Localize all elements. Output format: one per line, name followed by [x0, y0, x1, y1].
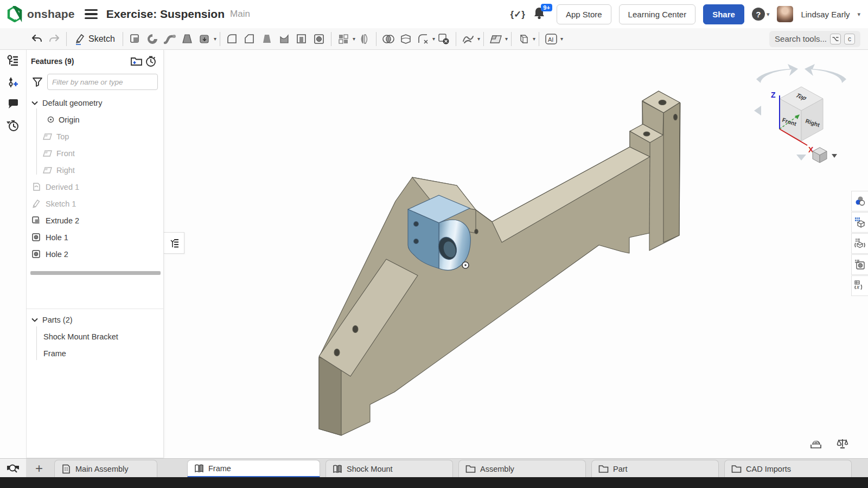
main-menu-button[interactable] — [85, 9, 98, 19]
search-tabs-button[interactable] — [0, 459, 26, 478]
chevron-down-icon[interactable]: ▾ — [560, 36, 563, 42]
loft-tool-icon[interactable] — [178, 30, 196, 48]
hole-tool-icon[interactable] — [310, 30, 328, 48]
tree-item-extrude-2[interactable]: Extrude 2 — [27, 212, 163, 229]
redo-button[interactable] — [46, 30, 63, 48]
modify-fillet-tool-icon[interactable] — [414, 30, 432, 48]
part-frame[interactable] — [319, 91, 680, 435]
linear-pattern-tool-icon[interactable] — [335, 30, 352, 48]
notifications-button[interactable]: 9+ — [533, 6, 549, 22]
versions-panel-icon[interactable] — [0, 72, 26, 93]
user-avatar[interactable] — [777, 6, 793, 22]
feature-script-icon[interactable]: {✓} — [510, 9, 525, 20]
tree-item-front-plane[interactable]: Front — [27, 145, 163, 162]
app-store-button[interactable]: App Store — [557, 4, 611, 24]
configuration-panel-icon[interactable] — [851, 233, 868, 254]
sketch-tool-button[interactable]: Sketch — [70, 30, 119, 48]
frame-hole[interactable] — [334, 349, 340, 356]
learning-center-button[interactable]: Learning Center — [619, 4, 696, 24]
measure-icon[interactable] — [809, 438, 822, 449]
tree-item-origin[interactable]: Origin — [27, 111, 163, 128]
transform-tool-icon[interactable] — [515, 30, 532, 48]
sweep-tool-icon[interactable] — [161, 30, 178, 48]
tab-frame[interactable]: Frame — [187, 460, 320, 478]
comments-panel-icon[interactable] — [0, 93, 26, 115]
rotate-right-arrow[interactable] — [805, 64, 846, 83]
mirror-tool-icon[interactable] — [355, 30, 373, 48]
undo-button[interactable] — [28, 30, 46, 48]
tree-item-sketch-1[interactable]: Sketch 1 — [27, 195, 163, 212]
chevron-down-icon[interactable]: ▾ — [533, 36, 535, 42]
tab-shock-mount[interactable]: Shock Mount — [326, 460, 453, 478]
new-folder-icon[interactable] — [130, 56, 144, 67]
frame-hole[interactable] — [353, 326, 358, 333]
tab-assembly-folder[interactable]: Assembly — [458, 460, 586, 478]
bracket-hole[interactable] — [414, 239, 419, 244]
pan-left-arrow[interactable] — [754, 106, 761, 115]
chevron-down-icon[interactable] — [31, 101, 38, 105]
feature-panel-toggle[interactable] — [164, 232, 184, 254]
extrude-tool-icon[interactable] — [126, 30, 144, 48]
user-name[interactable]: Lindsay Early — [801, 10, 850, 19]
part-item-shock-mount-bracket[interactable]: Shock Mount Bracket — [27, 328, 163, 345]
pan-down-arrow[interactable] — [796, 155, 806, 160]
frame-hole[interactable] — [659, 100, 666, 105]
feature-filter-input[interactable] — [47, 74, 158, 90]
chevron-down-icon[interactable] — [31, 318, 38, 322]
revolve-tool-icon[interactable] — [144, 30, 161, 48]
bracket-hole[interactable] — [414, 222, 419, 227]
frame-hole[interactable] — [643, 132, 650, 136]
chevron-down-icon[interactable]: ▾ — [214, 36, 216, 42]
frame-hole[interactable] — [674, 114, 678, 120]
view-cube[interactable]: Top Front Right Z X — [754, 64, 846, 160]
part-item-frame[interactable]: Frame — [27, 345, 163, 362]
help-menu[interactable]: ? ▾ — [752, 8, 770, 21]
mass-properties-icon[interactable] — [837, 438, 848, 449]
onshape-logo-icon[interactable] — [7, 6, 23, 22]
plane-tool-icon[interactable] — [487, 30, 505, 48]
tree-item-default-geometry[interactable]: Default geometry — [27, 94, 163, 111]
tree-item-hole-1[interactable]: Hole 1 — [27, 229, 163, 246]
tree-item-top-plane[interactable]: Top — [27, 128, 163, 145]
tree-item-derived-1[interactable]: Derived 1 — [27, 178, 163, 195]
rollback-bar[interactable] — [30, 271, 161, 275]
appearance-panel-icon[interactable] — [851, 191, 868, 211]
helix-tool-icon[interactable] — [459, 30, 477, 48]
share-button[interactable]: Share — [703, 4, 744, 24]
tab-cad-imports-folder[interactable]: CAD Imports — [724, 460, 852, 478]
chevron-down-icon[interactable]: ▾ — [505, 36, 508, 42]
delete-face-tool-icon[interactable] — [435, 30, 452, 48]
shell-tool-icon[interactable] — [293, 30, 310, 48]
feature-history-icon[interactable] — [144, 55, 158, 67]
chevron-down-icon[interactable] — [832, 154, 837, 158]
filter-icon[interactable] — [32, 77, 43, 87]
render-panel-icon[interactable] — [851, 254, 868, 275]
variables-panel-icon[interactable]: x — [851, 275, 868, 296]
frame-leg-side-face[interactable] — [319, 357, 341, 435]
workspace-name[interactable]: Main — [230, 9, 250, 20]
tree-item-hole-2[interactable]: Hole 2 — [27, 246, 163, 262]
frame-post-right-face[interactable] — [663, 102, 680, 242]
tab-main-assembly[interactable]: Main Assembly — [54, 460, 157, 478]
history-panel-icon[interactable] — [0, 115, 26, 137]
search-tools-button[interactable]: Search tools... c — [769, 31, 860, 47]
view-options-button[interactable] — [813, 147, 837, 163]
rib-tool-icon[interactable] — [276, 30, 293, 48]
feature-list-panel-icon[interactable] — [0, 50, 26, 72]
parts-section-header[interactable]: Parts (2) — [27, 311, 163, 328]
tab-part-folder[interactable]: Part — [591, 460, 719, 478]
help-icon[interactable]: ? — [752, 8, 765, 21]
ai-tool-icon[interactable]: AI — [542, 30, 560, 48]
fillet-tool-icon[interactable] — [224, 30, 241, 48]
new-tab-button[interactable]: + — [26, 459, 52, 478]
tree-item-right-plane[interactable]: Right — [27, 162, 163, 178]
properties-table-icon[interactable] — [851, 212, 868, 233]
split-tool-icon[interactable] — [397, 30, 414, 48]
draft-tool-icon[interactable] — [258, 30, 276, 48]
origin-marker[interactable] — [462, 262, 469, 268]
frame-hole[interactable] — [475, 229, 478, 234]
rotate-left-arrow[interactable] — [756, 64, 798, 83]
chamfer-tool-icon[interactable] — [241, 30, 258, 48]
boolean-tool-icon[interactable] — [380, 30, 397, 48]
chevron-down-icon[interactable]: ▾ — [477, 36, 480, 42]
